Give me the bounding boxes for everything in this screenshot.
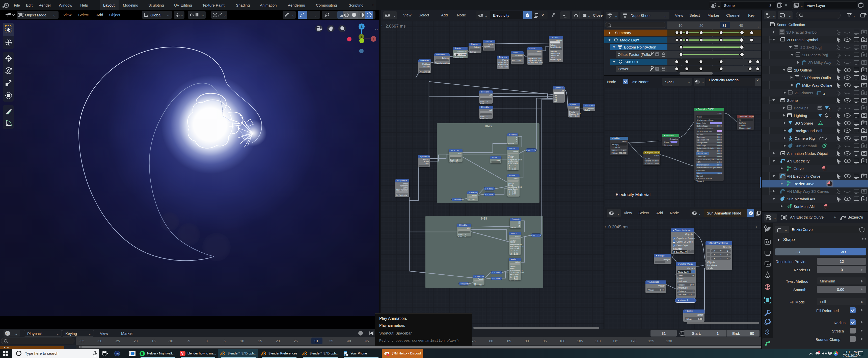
svg-text:X: X — [372, 37, 375, 41]
svg-text:Scene Collection: Scene Collection — [777, 23, 805, 27]
svg-text:2D Outline: 2D Outline — [794, 68, 812, 72]
svg-text:4: 4 — [823, 93, 825, 96]
svg-text:2D SVG [og]: 2D SVG [og] — [800, 45, 822, 50]
svg-text:Lighting: Lighting — [794, 113, 807, 118]
svg-text:Milky Way Outline: Milky Way Outline — [802, 83, 832, 87]
svg-text:3: 3 — [829, 108, 830, 111]
svg-text:2D Planets: 2D Planets — [795, 91, 813, 95]
svg-text:Background Ball: Background Ball — [795, 129, 822, 133]
svg-text:2D Fractal Symbol: 2D Fractal Symbol — [787, 38, 818, 42]
svg-text:Curve: Curve — [794, 166, 804, 171]
svg-text:Sun Metaball AN: Sun Metaball AN — [787, 197, 815, 201]
svg-text:2D Milky Way: 2D Milky Way — [808, 60, 831, 65]
svg-text:SunMballAN: SunMballAN — [794, 204, 814, 209]
svg-text:3D Fractal Symbol: 3D Fractal Symbol — [786, 30, 817, 34]
svg-text:Z: Z — [361, 25, 363, 29]
svg-text:Camera Rig: Camera Rig — [795, 136, 815, 140]
svg-text:2D Planets [og]: 2D Planets [og] — [802, 53, 828, 57]
svg-text:Scene: Scene — [787, 98, 798, 103]
svg-text:AN Electricity: AN Electricity — [787, 159, 810, 163]
svg-text:2: 2 — [830, 115, 831, 118]
svg-text:BG Sphere: BG Sphere — [795, 121, 813, 125]
svg-text:AN Electricity Curve: AN Electricity Curve — [787, 174, 820, 178]
svg-text:AN Milky Way 3D Curves: AN Milky Way 3D Curves — [787, 189, 829, 194]
svg-text:Animation Nodes Object: Animation Nodes Object — [787, 152, 828, 156]
svg-text:BezierCurve: BezierCurve — [794, 182, 814, 186]
svg-text:Sun Metaball: Sun Metaball — [795, 144, 817, 148]
svg-text:Y: Y — [360, 35, 363, 39]
svg-text:Backups: Backups — [794, 106, 808, 110]
svg-text:2D Planets Outlin: 2D Planets Outlin — [801, 76, 831, 80]
